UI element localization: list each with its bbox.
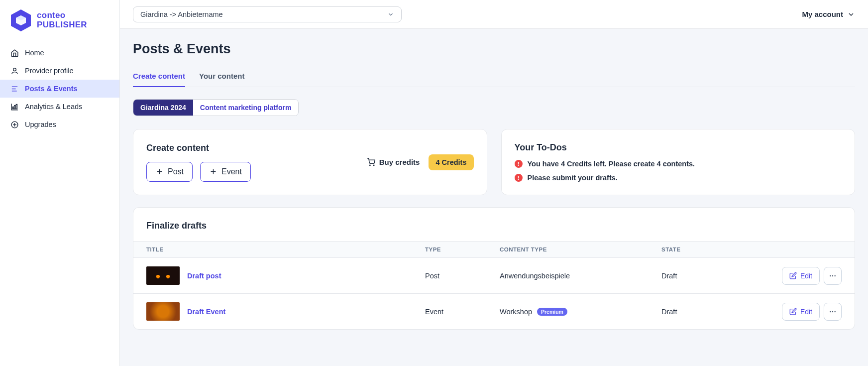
- svg-point-17: [369, 165, 370, 165]
- edit-icon: [789, 308, 797, 315]
- cell-content-type: Anwendungsbeispiele: [500, 272, 661, 280]
- main: Giardina -> Anbietername My account Post…: [120, 0, 868, 366]
- svg-point-3: [13, 68, 16, 71]
- cell-content-type: Workshop Premium: [500, 308, 661, 316]
- svg-rect-7: [12, 107, 13, 109]
- svg-point-23: [832, 311, 833, 312]
- more-button[interactable]: [824, 303, 842, 321]
- svg-point-21: [834, 275, 835, 276]
- svg-rect-9: [16, 104, 17, 109]
- cart-icon: [367, 158, 375, 166]
- todo-item: ! You have 4 Credits left. Please create…: [515, 160, 842, 168]
- col-state: STATE: [661, 246, 782, 252]
- brand-logo: conteo PUBLISHER: [0, 0, 119, 41]
- svg-point-22: [830, 311, 831, 312]
- tab-create-content[interactable]: Create content: [133, 72, 185, 87]
- create-event-button[interactable]: Event: [200, 162, 251, 182]
- org-selector[interactable]: Giardina -> Anbietername: [133, 6, 402, 22]
- table-header: TITLE TYPE CONTENT TYPE STATE: [133, 241, 855, 258]
- svg-point-18: [373, 165, 374, 165]
- my-account-menu[interactable]: My account: [802, 10, 855, 18]
- finalize-drafts-card: Finalize drafts TITLE TYPE CONTENT TYPE …: [133, 207, 855, 330]
- create-post-button[interactable]: Post: [146, 162, 193, 182]
- table-row: Draft Event Event Workshop Premium Draft…: [133, 294, 855, 329]
- draft-title-link[interactable]: Draft post: [187, 272, 221, 280]
- edit-button[interactable]: Edit: [782, 303, 820, 321]
- nav-analytics[interactable]: Analytics & Leads: [0, 98, 119, 116]
- col-content-type: CONTENT TYPE: [500, 246, 661, 252]
- alert-icon: !: [515, 160, 523, 168]
- svg-point-24: [834, 311, 835, 312]
- draft-thumbnail: [146, 266, 180, 285]
- upgrade-icon: [10, 120, 19, 129]
- col-title: TITLE: [146, 246, 425, 252]
- pill-giardina-2024[interactable]: Giardina 2024: [133, 100, 193, 116]
- nav-upgrades[interactable]: Upgrades: [0, 116, 119, 133]
- edit-button[interactable]: Edit: [782, 267, 820, 285]
- svg-point-20: [832, 275, 833, 276]
- chart-icon: [10, 102, 19, 111]
- logo-cube-icon: [10, 9, 32, 31]
- nav-posts-events[interactable]: Posts & Events: [0, 80, 119, 98]
- user-icon: [10, 66, 19, 75]
- tab-your-content[interactable]: Your content: [199, 72, 244, 87]
- plus-icon: [155, 167, 164, 176]
- cell-state: Draft: [661, 308, 782, 316]
- col-type: TYPE: [425, 246, 500, 252]
- table-row: Draft post Post Anwendungsbeispiele Draf…: [133, 258, 855, 294]
- context-pills: Giardina 2024 Content marketing platform: [133, 99, 299, 116]
- nav-home[interactable]: Home: [0, 44, 119, 62]
- nav: Home Provider profile Posts & Events Ana…: [0, 41, 119, 133]
- nav-provider-profile[interactable]: Provider profile: [0, 62, 119, 80]
- brand-text: conteo PUBLISHER: [37, 11, 87, 29]
- more-button[interactable]: [824, 267, 842, 285]
- draft-thumbnail: [146, 302, 180, 321]
- svg-point-19: [830, 275, 831, 276]
- topbar: Giardina -> Anbietername My account: [120, 0, 868, 29]
- finalize-drafts-title: Finalize drafts: [133, 208, 855, 241]
- create-content-title: Create content: [146, 143, 251, 153]
- svg-rect-8: [14, 105, 15, 109]
- home-icon: [10, 48, 19, 57]
- edit-icon: [789, 272, 797, 279]
- more-icon: [829, 308, 837, 316]
- pill-content-marketing-platform[interactable]: Content marketing platform: [193, 100, 299, 116]
- page-title: Posts & Events: [133, 41, 855, 57]
- chevron-down-icon: [387, 11, 394, 18]
- plus-icon: [209, 167, 217, 176]
- cell-state: Draft: [661, 272, 782, 280]
- todo-item: ! Please submit your drafts.: [515, 174, 842, 182]
- todos-card: Your To-Dos ! You have 4 Credits left. P…: [501, 129, 856, 195]
- tabs: Create content Your content: [133, 72, 855, 87]
- buy-credits-link[interactable]: Buy credits: [367, 158, 420, 166]
- cell-type: Post: [425, 272, 500, 280]
- cell-type: Event: [425, 308, 500, 316]
- credits-badge: 4 Credits: [429, 154, 473, 170]
- todos-title: Your To-Dos: [515, 142, 842, 153]
- more-icon: [829, 272, 837, 280]
- chevron-down-icon: [847, 10, 855, 18]
- draft-title-link[interactable]: Draft Event: [187, 308, 225, 316]
- alert-icon: !: [515, 174, 523, 182]
- create-content-card: Create content Post Event: [133, 129, 487, 195]
- list-icon: [10, 84, 19, 93]
- content-area: Posts & Events Create content Your conte…: [120, 29, 868, 366]
- sidebar: conteo PUBLISHER Home Provider profile: [0, 0, 120, 366]
- premium-badge: Premium: [537, 308, 567, 316]
